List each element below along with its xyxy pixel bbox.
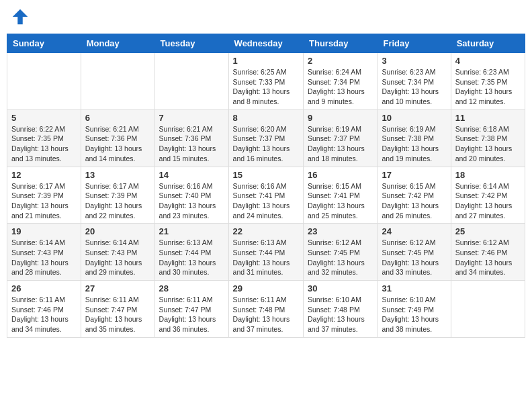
day-info: Sunrise: 6:13 AM Sunset: 7:44 PM Dayligh… (233, 238, 299, 277)
day-info: Sunrise: 6:21 AM Sunset: 7:36 PM Dayligh… (159, 124, 224, 164)
calendar-cell: 31Sunrise: 6:10 AM Sunset: 7:49 PM Dayli… (378, 281, 451, 338)
calendar-cell: 25Sunrise: 6:12 AM Sunset: 7:46 PM Dayli… (451, 224, 525, 281)
day-number: 24 (382, 226, 446, 236)
day-header-wednesday: Wednesday (228, 34, 303, 53)
day-number: 16 (308, 170, 373, 180)
day-info: Sunrise: 6:14 AM Sunset: 7:42 PM Dayligh… (455, 181, 521, 221)
calendar-cell: 13Sunrise: 6:17 AM Sunset: 7:39 PM Dayli… (81, 167, 154, 224)
calendar-week-row: 19Sunrise: 6:14 AM Sunset: 7:43 PM Dayli… (7, 224, 525, 281)
day-number: 22 (233, 226, 299, 236)
calendar-header-row: SundayMondayTuesdayWednesdayThursdayFrid… (7, 34, 525, 53)
calendar-cell: 26Sunrise: 6:11 AM Sunset: 7:46 PM Dayli… (7, 281, 81, 338)
logo (10, 7, 33, 27)
day-header-saturday: Saturday (451, 34, 525, 53)
day-info: Sunrise: 6:21 AM Sunset: 7:36 PM Dayligh… (85, 124, 150, 164)
day-info: Sunrise: 6:16 AM Sunset: 7:41 PM Dayligh… (233, 181, 299, 221)
calendar-cell: 17Sunrise: 6:15 AM Sunset: 7:42 PM Dayli… (378, 167, 451, 224)
calendar-cell: 6Sunrise: 6:21 AM Sunset: 7:36 PM Daylig… (81, 109, 154, 167)
day-number: 14 (159, 170, 224, 180)
day-number: 12 (11, 170, 77, 180)
calendar-table: SundayMondayTuesdayWednesdayThursdayFrid… (7, 34, 525, 338)
calendar-cell: 22Sunrise: 6:13 AM Sunset: 7:44 PM Dayli… (228, 224, 303, 281)
day-info: Sunrise: 6:14 AM Sunset: 7:43 PM Dayligh… (11, 238, 77, 277)
day-info: Sunrise: 6:10 AM Sunset: 7:49 PM Dayligh… (382, 295, 446, 334)
day-header-tuesday: Tuesday (154, 34, 228, 53)
day-info: Sunrise: 6:12 AM Sunset: 7:45 PM Dayligh… (308, 238, 373, 277)
calendar-cell (7, 53, 81, 110)
day-number: 2 (308, 56, 373, 66)
day-number: 30 (308, 283, 373, 293)
day-info: Sunrise: 6:13 AM Sunset: 7:44 PM Dayligh… (159, 238, 224, 277)
calendar-cell: 24Sunrise: 6:12 AM Sunset: 7:45 PM Dayli… (378, 224, 451, 281)
calendar-cell: 27Sunrise: 6:11 AM Sunset: 7:47 PM Dayli… (81, 281, 154, 338)
day-number: 5 (11, 113, 77, 123)
day-info: Sunrise: 6:12 AM Sunset: 7:46 PM Dayligh… (455, 238, 521, 277)
day-info: Sunrise: 6:15 AM Sunset: 7:41 PM Dayligh… (308, 181, 373, 221)
svg-marker-0 (13, 9, 28, 25)
logo-icon (10, 7, 30, 27)
day-info: Sunrise: 6:10 AM Sunset: 7:48 PM Dayligh… (308, 295, 373, 334)
calendar-cell: 8Sunrise: 6:20 AM Sunset: 7:37 PM Daylig… (228, 109, 303, 167)
day-number: 15 (233, 170, 299, 180)
day-info: Sunrise: 6:14 AM Sunset: 7:43 PM Dayligh… (85, 238, 150, 277)
day-number: 6 (85, 113, 150, 123)
day-info: Sunrise: 6:11 AM Sunset: 7:47 PM Dayligh… (159, 295, 224, 334)
day-info: Sunrise: 6:11 AM Sunset: 7:48 PM Dayligh… (233, 295, 299, 334)
day-number: 19 (11, 226, 77, 236)
day-number: 10 (382, 113, 446, 123)
calendar-cell: 16Sunrise: 6:15 AM Sunset: 7:41 PM Dayli… (304, 167, 378, 224)
calendar-cell: 18Sunrise: 6:14 AM Sunset: 7:42 PM Dayli… (451, 167, 525, 224)
day-number: 23 (308, 226, 373, 236)
day-header-monday: Monday (81, 34, 154, 53)
day-info: Sunrise: 6:20 AM Sunset: 7:37 PM Dayligh… (233, 124, 299, 164)
day-info: Sunrise: 6:17 AM Sunset: 7:39 PM Dayligh… (11, 181, 77, 221)
day-number: 8 (233, 113, 299, 123)
day-number: 18 (455, 170, 521, 180)
day-number: 20 (85, 226, 150, 236)
day-number: 25 (455, 226, 521, 236)
calendar-week-row: 1Sunrise: 6:25 AM Sunset: 7:33 PM Daylig… (7, 53, 525, 110)
day-number: 4 (455, 56, 521, 66)
day-number: 3 (382, 56, 446, 66)
calendar-cell: 29Sunrise: 6:11 AM Sunset: 7:48 PM Dayli… (228, 281, 303, 338)
day-number: 27 (85, 283, 150, 293)
day-info: Sunrise: 6:25 AM Sunset: 7:33 PM Dayligh… (233, 67, 299, 107)
day-info: Sunrise: 6:23 AM Sunset: 7:34 PM Dayligh… (382, 67, 446, 107)
calendar-cell: 15Sunrise: 6:16 AM Sunset: 7:41 PM Dayli… (228, 167, 303, 224)
day-number: 1 (233, 56, 299, 66)
day-number: 11 (455, 113, 521, 123)
day-info: Sunrise: 6:23 AM Sunset: 7:35 PM Dayligh… (455, 67, 521, 107)
calendar-cell: 14Sunrise: 6:16 AM Sunset: 7:40 PM Dayli… (154, 167, 228, 224)
day-number: 29 (233, 283, 299, 293)
calendar-cell: 1Sunrise: 6:25 AM Sunset: 7:33 PM Daylig… (228, 53, 303, 110)
calendar-cell: 11Sunrise: 6:18 AM Sunset: 7:38 PM Dayli… (451, 109, 525, 167)
calendar-cell (451, 281, 525, 338)
day-header-sunday: Sunday (7, 34, 81, 53)
calendar-week-row: 5Sunrise: 6:22 AM Sunset: 7:35 PM Daylig… (7, 109, 525, 167)
calendar-cell: 5Sunrise: 6:22 AM Sunset: 7:35 PM Daylig… (7, 109, 81, 167)
day-info: Sunrise: 6:11 AM Sunset: 7:47 PM Dayligh… (85, 295, 150, 334)
day-info: Sunrise: 6:18 AM Sunset: 7:38 PM Dayligh… (455, 124, 521, 164)
day-info: Sunrise: 6:19 AM Sunset: 7:37 PM Dayligh… (308, 124, 373, 164)
calendar-week-row: 12Sunrise: 6:17 AM Sunset: 7:39 PM Dayli… (7, 167, 525, 224)
day-number: 31 (382, 283, 446, 293)
day-number: 28 (159, 283, 224, 293)
calendar-cell: 28Sunrise: 6:11 AM Sunset: 7:47 PM Dayli… (154, 281, 228, 338)
calendar-cell: 20Sunrise: 6:14 AM Sunset: 7:43 PM Dayli… (81, 224, 154, 281)
day-number: 13 (85, 170, 150, 180)
day-info: Sunrise: 6:19 AM Sunset: 7:38 PM Dayligh… (382, 124, 446, 164)
day-number: 7 (159, 113, 224, 123)
calendar-cell: 3Sunrise: 6:23 AM Sunset: 7:34 PM Daylig… (378, 53, 451, 110)
day-info: Sunrise: 6:11 AM Sunset: 7:46 PM Dayligh… (11, 295, 77, 334)
day-info: Sunrise: 6:15 AM Sunset: 7:42 PM Dayligh… (382, 181, 446, 221)
day-number: 17 (382, 170, 446, 180)
day-info: Sunrise: 6:16 AM Sunset: 7:40 PM Dayligh… (159, 181, 224, 221)
calendar-cell: 7Sunrise: 6:21 AM Sunset: 7:36 PM Daylig… (154, 109, 228, 167)
day-info: Sunrise: 6:24 AM Sunset: 7:34 PM Dayligh… (308, 67, 373, 107)
calendar-cell: 12Sunrise: 6:17 AM Sunset: 7:39 PM Dayli… (7, 167, 81, 224)
calendar-cell: 23Sunrise: 6:12 AM Sunset: 7:45 PM Dayli… (304, 224, 378, 281)
day-info: Sunrise: 6:17 AM Sunset: 7:39 PM Dayligh… (85, 181, 150, 221)
calendar-cell: 19Sunrise: 6:14 AM Sunset: 7:43 PM Dayli… (7, 224, 81, 281)
calendar-cell: 30Sunrise: 6:10 AM Sunset: 7:48 PM Dayli… (304, 281, 378, 338)
day-info: Sunrise: 6:22 AM Sunset: 7:35 PM Dayligh… (11, 124, 77, 164)
